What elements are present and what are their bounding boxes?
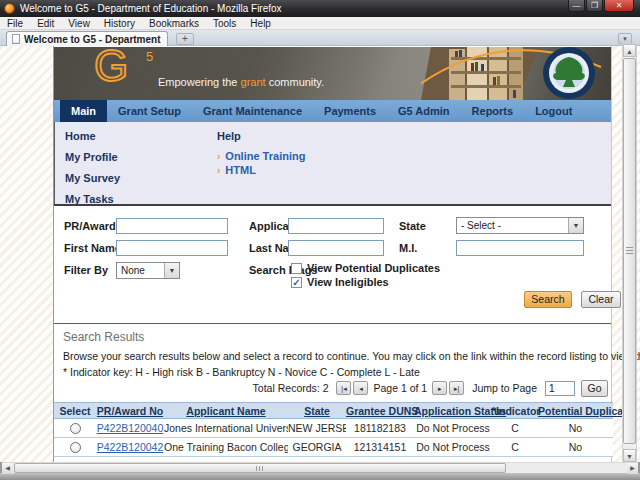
duplicate-cell: No	[538, 441, 613, 453]
award-link[interactable]: P422B120042	[97, 441, 164, 453]
unchecked-checkbox[interactable]	[291, 263, 302, 274]
menu-help[interactable]: Help	[243, 17, 278, 30]
horizontal-scrollbar-thumb[interactable]	[14, 463, 506, 473]
flag-label: View Ineligibles	[307, 276, 389, 288]
results-table: SelectPR/Award NoApplicant NameStateGran…	[54, 402, 613, 457]
nav-item-main[interactable]: Main	[60, 100, 107, 122]
column-header-pr-award-no[interactable]: PR/Award No	[96, 405, 164, 417]
state-cell: GEORGIA	[288, 441, 346, 453]
column-header-state[interactable]: State	[288, 405, 346, 417]
minimize-button[interactable]: —	[568, 0, 585, 12]
close-button[interactable]: ✕	[604, 0, 634, 12]
column-header-grantee-duns[interactable]: Grantee DUNS	[346, 405, 414, 417]
award-link[interactable]: P422B120040	[97, 422, 164, 434]
tab-title: Welcome to G5 - Department of Edu...	[24, 34, 162, 45]
filter-by-select[interactable]: None ▼	[116, 262, 180, 279]
menu-view[interactable]: View	[61, 17, 97, 30]
award-cell: P422B120040	[96, 422, 164, 434]
duns-cell: 121314151	[346, 441, 414, 453]
tagline-highlight: grant	[241, 76, 266, 88]
row-radio-button[interactable]	[70, 442, 81, 453]
maximize-button[interactable]: ❐	[586, 0, 603, 12]
indicator-cell: C	[492, 422, 538, 434]
menu-history[interactable]: History	[97, 17, 142, 30]
scroll-right-icon[interactable]: ▶	[627, 463, 638, 474]
search-flag-row: View Potential Duplicates	[291, 262, 440, 274]
menu-tools[interactable]: Tools	[206, 17, 243, 30]
help-link-html[interactable]: HTML	[225, 164, 256, 176]
filter-by-label: Filter By	[64, 264, 108, 276]
firefox-icon	[4, 3, 15, 14]
table-row: P422B120042One Training Bacon CollegeGEO…	[54, 438, 613, 457]
prev-page-button[interactable]: ◂	[353, 381, 368, 395]
banner-tagline: Empowering the grant community.	[158, 76, 324, 88]
total-records: Total Records: 2	[253, 382, 329, 394]
scroll-down-icon[interactable]: ▼	[623, 449, 636, 462]
help-link-row: ›HTML	[217, 164, 305, 176]
nav-item-payments[interactable]: Payments	[313, 100, 387, 122]
page-icon	[12, 34, 20, 44]
status-cell: Do Not Process	[414, 441, 492, 453]
jump-to-page-input[interactable]: 1	[545, 381, 575, 396]
nav-item-logout[interactable]: Logout	[524, 100, 583, 122]
scroll-up-icon[interactable]: ▲	[623, 44, 636, 57]
pr-award-input[interactable]	[116, 218, 228, 234]
menu-edit[interactable]: Edit	[30, 17, 61, 30]
first-page-button[interactable]: |◂	[336, 381, 351, 395]
window-title: Welcome to G5 - Department of Education …	[20, 3, 282, 14]
menu-file[interactable]: File	[0, 17, 30, 30]
first-name-label: First Name	[64, 242, 121, 254]
column-header-potential-duplicate[interactable]: Potential Duplicate	[538, 405, 613, 417]
duplicate-cell: No	[538, 422, 613, 434]
checked-checkbox[interactable]: ✓	[291, 277, 302, 288]
results-table-header: SelectPR/Award NoApplicant NameStateGran…	[54, 402, 613, 419]
go-button[interactable]: Go	[581, 380, 608, 397]
new-tab-button[interactable]: +	[176, 33, 194, 45]
state-select-dropdown-icon[interactable]: ▼	[568, 218, 583, 233]
results-divider	[54, 323, 611, 324]
column-header-applicant-name[interactable]: Applicant Name	[164, 405, 288, 417]
first-name-input[interactable]	[116, 240, 228, 256]
applicant-cell: One Training Bacon College	[164, 441, 288, 453]
next-page-button[interactable]: ▸	[432, 381, 447, 395]
vertical-scrollbar[interactable]: ▲ ▼	[622, 43, 637, 463]
state-select[interactable]: - Select - ▼	[456, 217, 584, 234]
help-link-online-training[interactable]: Online Training	[225, 150, 305, 162]
applicant-name-input[interactable]	[288, 218, 384, 234]
last-name-input[interactable]	[288, 240, 384, 256]
row-radio-button[interactable]	[70, 423, 81, 434]
vertical-scrollbar-thumb[interactable]	[623, 58, 636, 444]
menu-bar: FileEditViewHistoryBookmarksToolsHelp	[0, 17, 640, 30]
column-header-select: Select	[54, 405, 96, 417]
window-bottom-edge	[0, 473, 640, 480]
menu-item-my-survey[interactable]: My Survey	[65, 172, 120, 184]
column-header-application-status[interactable]: Application Status	[414, 405, 492, 417]
menu-bookmarks[interactable]: Bookmarks	[142, 17, 206, 30]
page-background: G 5 Empowering the grant community. Main…	[0, 46, 640, 462]
menu-item-my-profile[interactable]: My Profile	[65, 151, 120, 163]
nav-item-g5-admin[interactable]: G5 Admin	[387, 100, 461, 122]
link-arrow-icon: ›	[217, 165, 220, 176]
education-seal	[543, 47, 595, 99]
menu-item-home[interactable]: Home	[65, 130, 120, 142]
nav-item-reports[interactable]: Reports	[461, 100, 525, 122]
browser-tab[interactable]: Welcome to G5 - Department of Edu...	[6, 31, 168, 46]
scroll-left-icon[interactable]: ◀	[2, 463, 13, 474]
jump-to-page-label: Jump to Page	[472, 382, 537, 394]
search-button[interactable]: Search	[524, 291, 572, 308]
horizontal-scrollbar[interactable]: ◀ ▶	[2, 462, 638, 473]
page-content: G 5 Empowering the grant community. Main…	[53, 46, 612, 462]
link-arrow-icon: ›	[217, 151, 220, 162]
clear-button[interactable]: Clear	[581, 291, 621, 308]
nav-item-grant-setup[interactable]: Grant Setup	[107, 100, 192, 122]
search-results-heading: Search Results	[63, 330, 144, 344]
title-bar: Welcome to G5 - Department of Education …	[0, 0, 640, 17]
nav-item-grant-maintenance[interactable]: Grant Maintenance	[192, 100, 313, 122]
filter-by-dropdown-icon[interactable]: ▼	[164, 263, 179, 278]
state-select-value: - Select -	[461, 220, 501, 231]
mi-input[interactable]	[456, 240, 584, 256]
last-page-button[interactable]: ▸|	[449, 381, 464, 395]
filter-by-value: None	[121, 265, 145, 276]
firefox-window: Welcome to G5 - Department of Education …	[0, 0, 640, 480]
indicator-key: * Indicator key: H - High risk B - Bankr…	[63, 366, 420, 378]
